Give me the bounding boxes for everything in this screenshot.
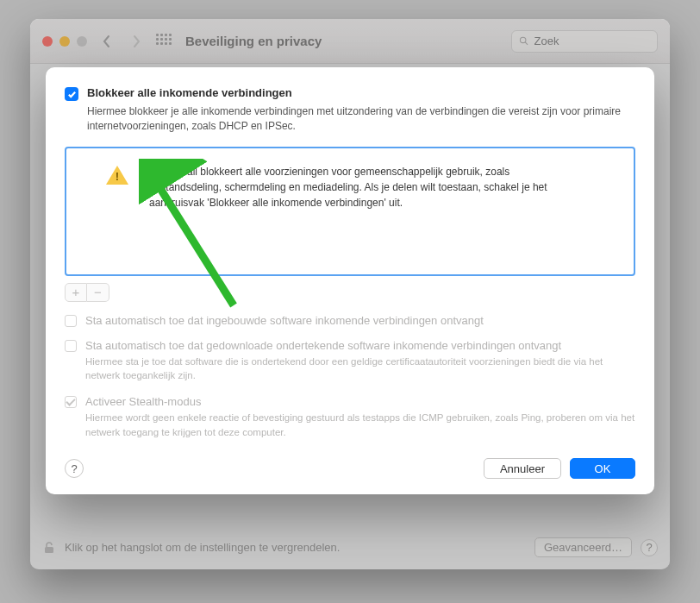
builtin-label: Sta automatisch toe dat ingebouwde softw… — [85, 314, 484, 327]
block-all-checkbox[interactable] — [65, 87, 78, 101]
signed-checkbox — [65, 340, 77, 352]
builtin-checkbox — [65, 315, 77, 327]
signed-description: Hiermee sta je toe dat software die is o… — [65, 355, 635, 383]
block-all-label: Blokkeer alle inkomende verbindingen — [87, 86, 292, 99]
stealth-description: Hiermee wordt geen enkele reactie of bev… — [65, 411, 635, 439]
modal-overlay: Blokkeer alle inkomende verbindingen Hie… — [30, 19, 670, 569]
info-box: De firewall blokkeert alle voorzieningen… — [65, 147, 635, 276]
stealth-checkbox — [65, 396, 77, 408]
add-remove-buttons: + − — [65, 283, 635, 302]
info-text: De firewall blokkeert alle voorzieningen… — [149, 164, 580, 210]
add-button: + — [65, 283, 87, 302]
block-all-description: Hiermee blokkeer je alle inkomende verbi… — [65, 104, 635, 135]
cancel-button[interactable]: Annuleer — [484, 458, 561, 479]
preferences-window: Beveiliging en privacy Klik op het hangs… — [30, 19, 670, 569]
remove-button: − — [87, 283, 109, 302]
firewall-options-sheet: Blokkeer alle inkomende verbindingen Hie… — [46, 67, 654, 494]
stealth-label: Activeer Stealth-modus — [85, 395, 201, 408]
signed-label: Sta automatisch toe dat gedownloade onde… — [85, 339, 561, 352]
help-button[interactable]: ? — [65, 459, 84, 478]
ok-button[interactable]: OK — [570, 458, 635, 479]
